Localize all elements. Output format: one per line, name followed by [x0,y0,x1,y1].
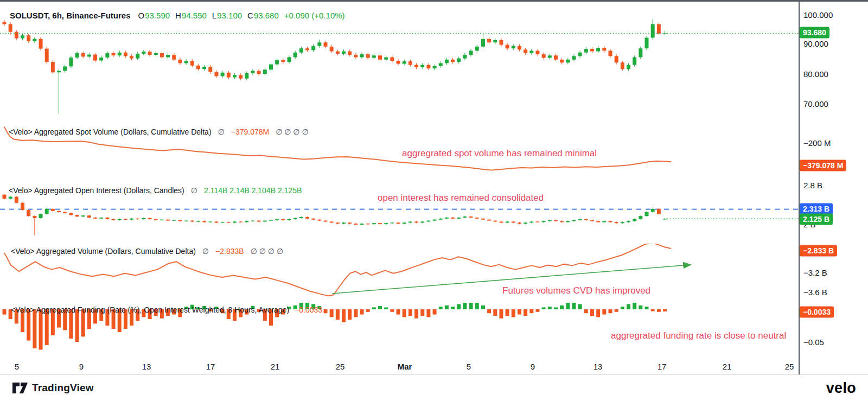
time-axis-tick: Mar [398,362,412,371]
last-value-badge: −2.833 B [800,245,837,257]
velo-logo: velo [826,380,856,397]
time-axis-tick: 25 [336,362,345,371]
tradingview-logo-icon [12,382,28,394]
legend-segment: 94.550 [182,11,207,20]
last-value-badge: −379.078 M [800,160,846,171]
legend-spot-cvd[interactable]: <Velo> Aggregated Spot Volume (Dollars, … [9,128,309,136]
time-axis-tick: 13 [593,362,603,371]
footer-bar: TradingView velo [0,374,868,401]
legend-segment: ∅ ∅ ∅ ∅ [251,247,283,256]
legend-price[interactable]: SOLUSDT, 6h, Binance-FuturesO93.590H94.5… [10,11,345,20]
time-axis-tick: 13 [142,362,151,371]
chart-area: SOLUSDT, 6h, Binance-FuturesO93.590H94.5… [0,0,868,374]
axis-price-label: 80.000 [803,69,828,79]
legend-segment: H [175,11,181,20]
tradingview-logo-text: TradingView [32,382,94,394]
axis-price-label: −200 M [803,138,831,148]
legend-segment: −2.833B [215,247,244,256]
legend-segment: −379.078M [231,128,269,136]
legend-segment: <Velo> Aggregated Funding (Rate (%), Ope… [11,305,289,314]
time-axis-tick: 9 [531,362,535,371]
legend-segment: ∅ [218,128,225,136]
legend-segment: L [212,11,216,20]
time-axis-tick: 17 [658,362,667,371]
legend-segment: C [247,11,253,20]
legend-segment: 93.590 [145,11,170,20]
legend-segment: −0.0033 [295,305,322,314]
axis-price-label: −0.05 [803,338,824,347]
last-value-badge: −0.0033 [800,307,834,318]
legend-segment: 93.100 [217,11,242,20]
legend-segment: SOLUSDT, 6h, Binance-Futures [10,11,131,20]
legend-segment: O [138,11,145,20]
last-value-badge: 93.680 [800,27,829,39]
axis-price-label: −3.6 B [803,288,827,297]
legend-futures-cvd[interactable]: <Velo> Aggregated Volume (Dollars, Cumul… [11,247,283,256]
last-value-badge: 2.313 B [800,203,833,215]
axis-price-label: 100.000 [803,10,833,20]
legend-funding[interactable]: <Velo> Aggregated Funding (Rate (%), Ope… [11,305,322,314]
annotation-open-interest: open interest has remained consolidated [378,193,544,203]
legend-segment: <Velo> Aggregated Volume (Dollars, Cumul… [11,247,196,256]
annotation-funding-rate: aggregrated funding rate is close to neu… [611,330,786,341]
legend-segment: ∅ ∅ ∅ ∅ [276,128,308,136]
legend-segment: <Velo> Aggregated Open Interest (Dollars… [9,186,184,195]
axis-price-label: 90.000 [803,39,828,48]
legend-segment: ∅ [191,186,197,195]
legend-segment: ∅ [202,247,209,256]
last-value-badge: 2.125 B [800,214,833,225]
time-axis-tick: 21 [723,362,732,371]
legend-segment: 2.114B 2.14B 2.104B 2.125B [204,186,302,195]
time-axis-tick: 5 [467,362,471,371]
legend-segment: <Velo> Aggregated Spot Volume (Dollars, … [9,128,212,136]
annotation-futures-cvd: Futures volumes CVD has improved [502,285,650,296]
time-axis-tick: 9 [79,362,84,371]
annotation-spot-volume: aggregrated spot volume has remained min… [402,148,597,159]
tradingview-logo[interactable]: TradingView [12,382,94,394]
legend-segment: +0.090 (+0.10%) [284,11,345,20]
axis-price-label: 2.8 B [803,181,822,190]
time-axis-tick: 17 [206,362,215,371]
axis-price-label: 70.000 [803,99,828,109]
trading-chart-window: SOLUSDT, 6h, Binance-FuturesO93.590H94.5… [0,0,868,401]
legend-segment: 93.680 [254,11,279,20]
legend-open-interest[interactable]: <Velo> Aggregated Open Interest (Dollars… [9,186,302,195]
price-scale-divider [799,0,800,374]
time-axis-tick: 21 [271,362,280,371]
time-axis-tick: 5 [15,362,19,371]
axis-price-label: −3.2 B [803,268,827,277]
time-axis-line [0,0,868,2]
time-axis-tick: 25 [785,362,794,371]
